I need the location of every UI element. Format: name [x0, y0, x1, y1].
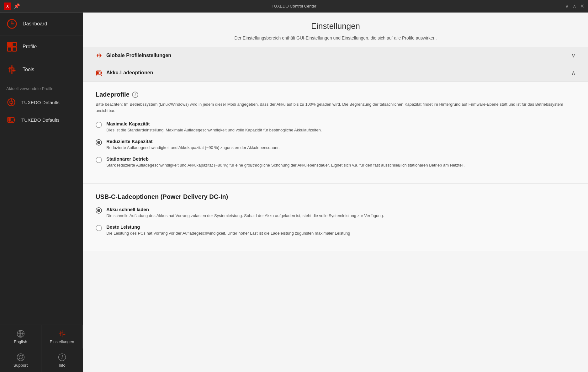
svg-line-34: [18, 359, 19, 360]
sidebar-item-tools[interactable]: Tools: [0, 58, 83, 81]
globale-icon: [96, 52, 103, 59]
sidebar-item-profile[interactable]: Profile: [0, 35, 83, 58]
einstellungen-label: Einstellungen: [50, 339, 74, 344]
sidebar-profile-item-2[interactable]: TUXEDO Defaults: [0, 111, 83, 129]
radio-beste-leistung-outer[interactable]: [96, 225, 102, 231]
svg-rect-47: [99, 71, 100, 74]
sidebar-profile-item-1[interactable]: TUXEDO Defaults: [0, 93, 83, 111]
svg-rect-45: [101, 72, 102, 74]
sidebar-tools-label: Tools: [23, 67, 34, 72]
titlebar-title: TUXEDO Control Center: [272, 4, 316, 8]
section-akku-chevron: ∧: [571, 69, 575, 76]
battery-icon: [6, 115, 16, 125]
radio-akku-schnell-text: Akku schnell laden Die schnelle Aufladun…: [106, 207, 384, 219]
einstellungen-icon: [58, 329, 66, 338]
radio-akku-schnell[interactable]: Akku schnell laden Die schnelle Aufladun…: [96, 207, 575, 219]
svg-line-48: [96, 75, 97, 76]
radio-reduzierte-outer[interactable]: [96, 139, 102, 146]
radio-akku-schnell-desc: Die schnelle Aufladung des Akkus hat Vor…: [106, 213, 384, 219]
sidebar-profile-2-label: TUXEDO Defaults: [21, 117, 60, 123]
page-header: Einstellungen Der Einstellungsbereich en…: [83, 13, 588, 47]
sidebar: Dashboard Profile: [0, 13, 83, 372]
page-description: Der Einstellungsbereich enthält GUI-Eins…: [96, 35, 575, 40]
app-logo: X: [4, 3, 11, 10]
radio-reduzierte-title: Reduzierte Kapazität: [106, 139, 280, 144]
page-title: Einstellungen: [96, 21, 575, 31]
support-icon: [16, 353, 25, 362]
radio-akku-schnell-title: Akku schnell laden: [106, 207, 384, 212]
sidebar-bottom-english[interactable]: English: [0, 325, 41, 348]
tools-icon: [6, 64, 18, 75]
svg-line-35: [22, 359, 23, 360]
radio-reduzierte-kapazitaet[interactable]: Reduzierte Kapazität Reduzierte Aufladeg…: [96, 139, 575, 151]
svg-rect-19: [11, 118, 13, 121]
titlebar-left: X 📌: [4, 3, 20, 10]
sidebar-profile-1-label: TUXEDO Defaults: [21, 100, 60, 105]
ladeprofile-info-icon[interactable]: i: [132, 92, 138, 98]
radio-beste-leistung-desc: Die Leistung des PCs hat Vorrang vor der…: [106, 231, 350, 236]
section-globale-chevron: ∨: [571, 52, 575, 59]
pin-icon[interactable]: 📌: [14, 3, 20, 9]
radio-beste-leistung-title: Beste Leistung: [106, 224, 350, 230]
svg-rect-2: [8, 42, 12, 46]
close-button[interactable]: ✕: [580, 3, 584, 9]
sidebar-bottom-info[interactable]: i Info: [41, 348, 83, 372]
radio-stationaer[interactable]: Stationärer Betrieb Stark reduzierte Auf…: [96, 156, 575, 168]
sidebar-bottom: English Einstellungen: [0, 325, 83, 372]
power-plug-icon: [6, 97, 16, 107]
svg-text:i: i: [61, 355, 63, 360]
sidebar-dashboard-label: Dashboard: [23, 21, 47, 27]
ladeprofile-title-row: Ladeprofile i: [96, 91, 575, 98]
section-globale-title: Globale Profileinstellungen: [106, 53, 171, 58]
sidebar-item-dashboard[interactable]: Dashboard: [0, 13, 83, 35]
usb-section: USB-C-Ladeoptionen (Power Delivery DC-In…: [83, 184, 588, 251]
radio-stationaer-outer[interactable]: [96, 157, 102, 163]
maximize-button[interactable]: ∧: [573, 3, 576, 9]
radio-stationaer-text: Stationärer Betrieb Stark reduzierte Auf…: [106, 156, 465, 168]
svg-rect-46: [97, 71, 99, 74]
svg-line-33: [22, 354, 23, 356]
ladeprofile-note: Bitte beachten: Im Betriebssystem (Linux…: [96, 101, 575, 114]
radio-reduzierte-text: Reduzierte Kapazität Reduzierte Aufladeg…: [106, 139, 280, 151]
radio-akku-schnell-outer[interactable]: [96, 207, 102, 214]
svg-point-1: [11, 23, 13, 24]
dashboard-icon: [6, 18, 18, 29]
svg-rect-17: [14, 119, 15, 121]
section-akku-left: Akku-Ladeoptionen: [96, 69, 153, 76]
titlebar: X 📌 TUXEDO Control Center ∨ ∧ ✕: [0, 0, 588, 13]
radio-max-kapazitaet[interactable]: Maximale Kapazität Dies ist die Standard…: [96, 121, 575, 133]
sidebar-bottom-support[interactable]: Support: [0, 348, 41, 372]
sidebar-bottom-einstellungen[interactable]: Einstellungen: [41, 325, 83, 348]
radio-stationaer-title: Stationärer Betrieb: [106, 156, 465, 162]
svg-rect-5: [12, 47, 16, 51]
svg-rect-3: [12, 42, 16, 46]
svg-line-49: [101, 75, 102, 76]
section-globale-profileinstellungen[interactable]: Globale Profileinstellungen ∨: [83, 47, 588, 64]
info-label: Info: [59, 363, 66, 368]
ladeprofile-body: Ladeprofile i Bitte beachten: Im Betrieb…: [83, 82, 588, 184]
akku-icon: [96, 69, 103, 76]
radio-reduzierte-inner: [97, 141, 100, 144]
english-label: English: [14, 339, 27, 344]
svg-rect-18: [8, 118, 11, 121]
profile-icon: [6, 41, 18, 52]
sidebar-profile-label: Profile: [23, 44, 37, 50]
usb-title: USB-C-Ladeoptionen (Power Delivery DC-In…: [96, 193, 575, 200]
window-controls: ∨ ∧ ✕: [565, 3, 584, 9]
radio-beste-leistung[interactable]: Beste Leistung Die Leistung des PCs hat …: [96, 224, 575, 236]
ladeprofile-heading: Ladeprofile: [96, 91, 130, 98]
section-header-left: Globale Profileinstellungen: [96, 52, 171, 59]
radio-max-desc: Dies ist die Standardeinstellung. Maxima…: [106, 127, 322, 133]
radio-max-outer[interactable]: [96, 122, 102, 128]
main-content: Einstellungen Der Einstellungsbereich en…: [83, 13, 588, 372]
section-akku-ladeoptionen[interactable]: Akku-Ladeoptionen ∧: [83, 64, 588, 82]
section-akku-title: Akku-Ladeoptionen: [106, 70, 153, 76]
radio-akku-schnell-inner: [97, 209, 100, 212]
radio-max-text: Maximale Kapazität Dies ist die Standard…: [106, 121, 322, 133]
support-label: Support: [13, 363, 28, 368]
minimize-button[interactable]: ∨: [565, 3, 569, 9]
radio-reduzierte-desc: Reduzierte Aufladegeschwindigkeit und Ak…: [106, 145, 280, 151]
svg-line-32: [18, 354, 19, 356]
english-icon: [16, 329, 25, 338]
svg-point-31: [19, 356, 22, 359]
